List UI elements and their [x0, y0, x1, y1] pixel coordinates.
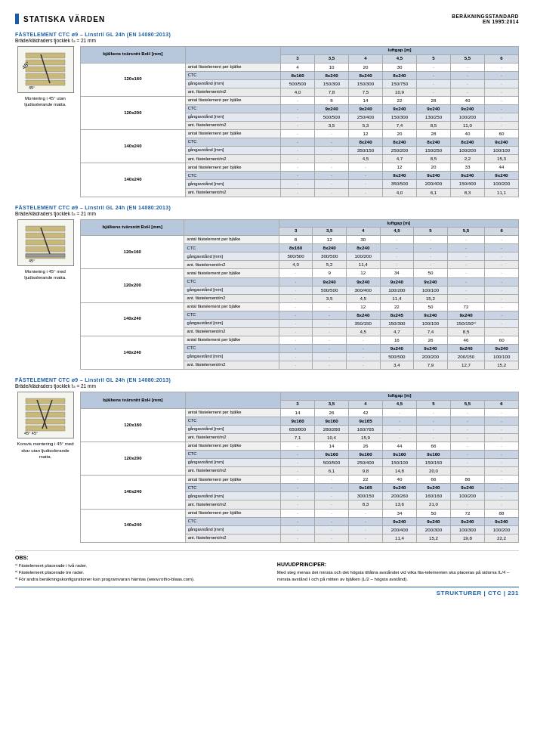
col-header-empty	[185, 392, 280, 409]
cell-1-1-5: -	[447, 277, 485, 286]
cell-2-0-5: 40	[450, 130, 484, 138]
cell-0-2-6: -	[484, 79, 518, 88]
cell-1-1-0: -	[281, 451, 315, 459]
cell-2-0-6: -	[484, 476, 518, 484]
cell-1-1-1: 9x160	[315, 451, 349, 459]
cell-1-3-6: -	[484, 467, 518, 476]
col-header-4: 5	[416, 54, 450, 63]
row-label-1-3: ant. fästelement/m2	[185, 467, 280, 476]
cell-1-0-0: -	[279, 269, 313, 277]
col-header-3: 4,5	[382, 54, 416, 63]
cell-0-3-1: 7,8	[315, 88, 349, 96]
cell-3-0-3: 34	[382, 509, 416, 517]
footer-main: HUVUDPRINCIPER: Med steg menas det minst…	[277, 562, 519, 583]
cell-1-0-0: -	[281, 96, 315, 104]
cell-3-2-2: -	[349, 180, 383, 188]
table-row: 140x240antal fästelement per bjälke--224…	[81, 476, 519, 484]
cell-3-3-1: -	[315, 188, 349, 197]
cell-0-2-6: -	[484, 425, 518, 433]
cell-3-3-4: 7,9	[414, 361, 448, 370]
row-label-3-0: antal fästelement per bjälke	[185, 509, 280, 517]
cell-3-2-1: -	[315, 180, 349, 188]
cell-1-2-2: 250/400	[349, 113, 383, 121]
cell-1-2-6: -	[484, 459, 518, 467]
col-header-2: 4	[349, 54, 383, 63]
cell-3-1-5: 9x240	[450, 172, 484, 180]
cell-0-2-3: -	[380, 253, 414, 261]
cell-2-3-5: -	[450, 500, 484, 509]
cell-3-1-6: 9x240	[485, 345, 519, 353]
cell-2-3-3: 13,6	[382, 500, 416, 509]
col-header-1: 3,5	[313, 228, 347, 236]
row-label-0-0: antal fästelement per bjälke	[184, 236, 279, 244]
cell-3-2-3: 500/500	[380, 353, 414, 361]
cell-1-0-5: -	[447, 269, 485, 277]
cell-2-2-0: -	[279, 319, 313, 327]
cell-3-3-2: -	[349, 534, 383, 542]
row-label-1-2: gångavstånd [mm]	[185, 113, 280, 121]
cell-1-2-3: 100/200	[380, 286, 414, 294]
row-label-3-2: gångavstånd [mm]	[185, 525, 280, 534]
beam-size-0: 120x160	[81, 63, 186, 96]
cell-2-2-3: 250/200	[382, 147, 416, 155]
cell-0-1-1: 9x160	[315, 417, 349, 425]
cell-1-2-6: -	[485, 286, 519, 294]
row-label-2-3: ant. fästelement/m2	[185, 500, 280, 509]
cell-0-1-0: 8x160	[279, 244, 313, 253]
col-header-5: 5,5	[450, 400, 484, 408]
col-header-4: 5	[414, 228, 448, 236]
row-label-2-0: antal fästelement per bjälke	[185, 476, 280, 484]
cell-3-1-2: -	[349, 172, 383, 180]
table-row: 120x200antal fästelement per bjälke-1426…	[81, 442, 519, 451]
cell-1-1-6: -	[484, 451, 518, 459]
section-subtitle-0: Bräde/klädraders tjocklek tₐ = 21 mm	[15, 38, 519, 44]
cell-2-3-1: -	[315, 155, 349, 163]
cell-2-2-1: -	[315, 147, 349, 155]
cell-0-2-2: 100/200	[346, 253, 380, 261]
svg-text:45°: 45°	[29, 85, 35, 90]
cell-0-1-1: 8x240	[315, 71, 349, 79]
cell-2-0-2: 12	[346, 302, 380, 311]
cell-1-1-3: 9x160	[382, 451, 416, 459]
cell-1-0-6: -	[484, 96, 518, 104]
cell-2-1-4: 8x240	[416, 138, 450, 147]
cell-3-0-3: 12	[382, 163, 416, 172]
cell-3-0-2: -	[349, 163, 383, 172]
cell-1-0-4: 50	[414, 269, 448, 277]
cell-1-2-2: 250/400	[349, 459, 383, 467]
cell-2-2-2: 350/150	[346, 319, 380, 327]
header-title: STATISKA VÄRDEN	[15, 14, 105, 24]
cell-0-0-4: -	[416, 63, 450, 71]
section-s2: FÄSTELEMENT CTC ø9 – Linstril GL 24h (EN…	[15, 205, 519, 370]
cell-0-2-5: -	[450, 425, 484, 433]
cell-1-1-0: -	[281, 104, 315, 113]
cell-1-0-2: 26	[349, 442, 383, 451]
cell-3-0-1: -	[313, 336, 347, 344]
cell-3-0-6: 44	[484, 163, 518, 172]
cell-2-0-2: 22	[349, 476, 383, 484]
cell-1-1-4: 9x240	[414, 277, 448, 286]
cell-2-3-6: -	[485, 327, 519, 336]
section-title-0: FÄSTELEMENT CTC ø9 – Linstril GL 24h (EN…	[15, 32, 519, 37]
data-table-0: bjälkens tvärsnitt BxH [mm]luftgap [m]33…	[80, 46, 519, 197]
col-header-0: 3	[279, 228, 313, 236]
cell-2-3-6: -	[484, 500, 518, 509]
col-header-1: 3,5	[315, 400, 349, 408]
cell-1-3-6: -	[484, 122, 518, 130]
svg-rect-18	[26, 412, 65, 417]
cell-0-3-4: -	[416, 433, 450, 442]
cell-2-2-3: 200/260	[382, 492, 416, 500]
cell-0-3-5: -	[447, 261, 485, 269]
row-label-1-3: ant. fästelement/m2	[184, 294, 279, 302]
row-label-3-1: CTC	[185, 172, 280, 180]
cell-2-0-3: 22	[380, 302, 414, 311]
row-label-2-2: gångavstånd [mm]	[184, 319, 279, 327]
cell-3-1-1: -	[313, 345, 347, 353]
col-header-beam: bjälkens tvärsnitt BxH [mm]	[81, 47, 186, 64]
cell-2-1-6: -	[485, 311, 519, 319]
cell-1-2-1: 500/500	[315, 459, 349, 467]
beam-size-1: 120x200	[81, 442, 186, 476]
cell-3-1-3: 9x240	[380, 345, 414, 353]
row-label-2-0: antal fästelement per bjälke	[184, 302, 279, 311]
row-label-3-1: CTC	[184, 345, 279, 353]
